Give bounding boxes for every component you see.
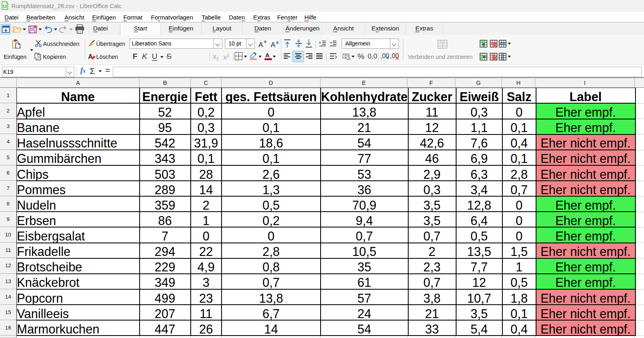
svg-text:A: A xyxy=(258,41,263,49)
svg-text:A: A xyxy=(271,41,276,49)
svg-text:A: A xyxy=(265,52,270,58)
